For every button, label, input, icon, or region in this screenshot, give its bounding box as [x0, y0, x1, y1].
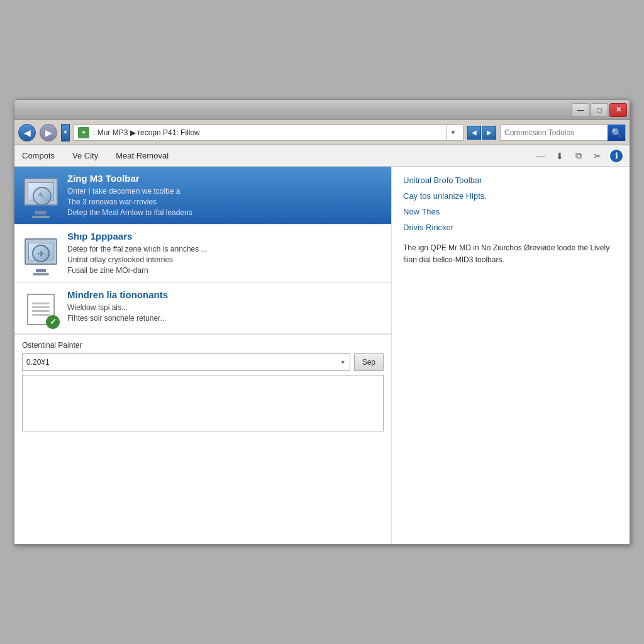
toolbar-download-button[interactable]: ⬇ [552, 148, 568, 164]
download-icon: ⬇ [556, 151, 564, 161]
dropdown-icon: ▼ [63, 130, 68, 135]
item2-line2: Untrat otlay cryslooked interries [67, 255, 384, 265]
scissors-icon: ✂ [594, 151, 601, 161]
bottom-input-value: 0.20¥1 [26, 358, 50, 367]
title-bar: — □ ✕ [14, 100, 630, 120]
forward-button[interactable]: ▶ [40, 124, 57, 142]
view-icon: ⧉ [575, 150, 582, 161]
item2-line3: Fusail be zine MOr-darn [67, 265, 384, 276]
address-page-icon: ✦ [78, 127, 89, 138]
right-link-3[interactable]: Now Thes [403, 207, 618, 216]
item1-line1: Onter I take decomen we tcolbe a [67, 186, 384, 197]
right-arrow-icon: ▶ [487, 129, 492, 136]
right-panel: Unitroal Brofo Toolbar Cay tos unlanize … [392, 167, 630, 544]
item2-title: Shıp 1pppaars [67, 231, 384, 242]
item1-line2: The 3 renowas war-rrovies [67, 197, 384, 208]
menu-toolbar-right: — ⬇ ⧉ ✂ ℹ [533, 148, 625, 164]
list-item[interactable]: ✓ Mindren lia tiononants Wieldow Ispi ai… [14, 283, 391, 334]
list-item[interactable]: ≡ 🔧 Zing M3 Toolbar Onter I take decomen… [14, 167, 391, 225]
list-item[interactable]: ✈ Shıp 1pppaars Detep for the ffal zene … [14, 225, 391, 282]
item3-icon: ✓ [22, 289, 60, 327]
next-arrow-button[interactable]: ▶ [482, 126, 496, 140]
item1-text: Zing M3 Toolbar Onter I take decomen we … [67, 173, 384, 218]
title-bar-buttons: — □ ✕ [572, 103, 627, 117]
menu-item-compots[interactable]: Compots [19, 150, 57, 162]
bottom-textarea[interactable] [22, 375, 384, 431]
bottom-input-row: 0.20¥1 ▼ Sep [22, 353, 384, 371]
address-bar: ◀ ▶ ▼ ✦ : Mur MP3 ▶ recopn P41: Fillow ▼… [14, 120, 630, 145]
back-icon: ◀ [24, 128, 31, 138]
menu-item-meat-removal[interactable]: Meat Removal [113, 150, 171, 162]
back-button[interactable]: ◀ [18, 124, 36, 142]
address-dropdown-arrow[interactable]: ▼ [447, 125, 459, 141]
toolbar-view-button[interactable]: ⧉ [570, 148, 587, 164]
minus-icon: — [536, 151, 545, 161]
right-link-4[interactable]: Drivis Rincker [403, 223, 618, 232]
item2-line1: Detep for the ffal zene wlıch is annches… [67, 244, 384, 255]
main-content: ≡ 🔧 Zing M3 Toolbar Onter I take decomen… [14, 167, 630, 544]
maximize-button[interactable]: □ [591, 103, 608, 117]
nav-arrows: ◀ ▶ [467, 126, 496, 140]
bottom-input-dropdown-arrow[interactable]: ▼ [340, 359, 346, 365]
right-link-1[interactable]: Unitroal Brofo Toolbar [403, 175, 618, 185]
minimize-button[interactable]: — [572, 103, 589, 117]
bottom-input-field[interactable]: 0.20¥1 ▼ [22, 353, 350, 371]
item1-icon: ≡ 🔧 [22, 173, 60, 211]
search-bar: 🔍 [500, 125, 626, 141]
menu-bar: Compots Ve City Meat Removal — ⬇ ⧉ ✂ ℹ [14, 145, 630, 167]
search-icon: 🔍 [611, 128, 622, 138]
main-window: — □ ✕ ◀ ▶ ▼ ✦ : Mur MP3 ▶ recopn P41: Fi… [14, 99, 630, 545]
item3-title: Mindren lia tiononants [67, 289, 384, 300]
item1-title: Zing M3 Toolbar [67, 173, 384, 184]
left-panel: ≡ 🔧 Zing M3 Toolbar Onter I take decomen… [14, 167, 392, 544]
nav-dropdown-button[interactable]: ▼ [61, 124, 70, 142]
search-button[interactable]: 🔍 [608, 125, 625, 141]
item3-line1: Wieldow Ispi ais... [67, 303, 384, 313]
address-field[interactable]: ✦ : Mur MP3 ▶ recopn P41: Fillow ▼ [74, 125, 464, 141]
address-text: : Mur MP3 ▶ recopn P41: Fillow [93, 128, 447, 137]
close-button[interactable]: ✕ [609, 103, 627, 117]
search-input[interactable] [501, 128, 608, 137]
toolbar-minimize-button[interactable]: — [533, 148, 549, 164]
toolbar-info-button[interactable]: ℹ [608, 148, 625, 164]
forward-icon: ▶ [45, 128, 52, 138]
right-link-2[interactable]: Cay tos unlanize Hipts. [403, 191, 618, 201]
item3-text: Mindren lia tiononants Wieldow Ispi ais.… [67, 289, 384, 324]
left-arrow-icon: ◀ [472, 129, 477, 136]
item2-icon: ✈ [22, 231, 60, 269]
info-icon: ℹ [610, 150, 623, 162]
menu-item-ve-city[interactable]: Ve City [70, 150, 101, 162]
toolbar-cut-button[interactable]: ✂ [589, 148, 606, 164]
prev-arrow-button[interactable]: ◀ [467, 126, 481, 140]
bottom-section: Ostentinal Painter 0.20¥1 ▼ Sep [14, 334, 391, 440]
item3-line2: Fihtes soir sonchele retuner... [67, 313, 384, 324]
item2-text: Shıp 1pppaars Detep for the ffal zene wl… [67, 231, 384, 275]
sep-button[interactable]: Sep [354, 353, 384, 371]
right-description: The ign QPE Mr MD in No Ziurchos Øreviød… [403, 242, 618, 266]
item1-line3: Detep the Meal Arnlow to Ifal leadens [67, 208, 384, 218]
ostentinal-painter-label: Ostentinal Painter [22, 341, 384, 350]
